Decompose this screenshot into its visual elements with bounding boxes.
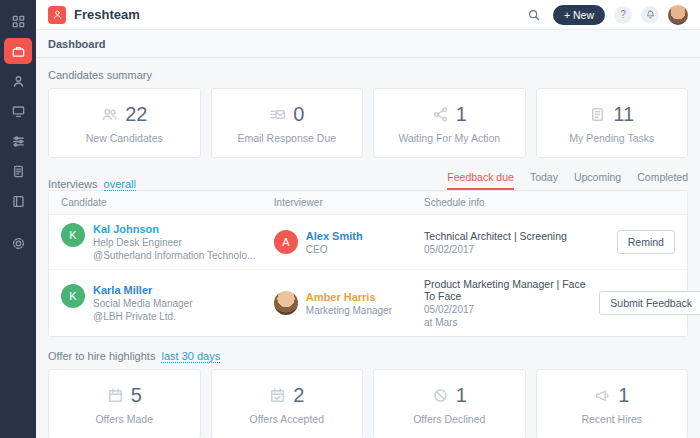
top-header: Freshteam + New ? [36,0,700,30]
card-label: Offers Accepted [249,413,324,425]
candidate-title: Help Desk Engineer [93,237,255,248]
tab-feedback-due[interactable]: Feedback due [447,171,514,190]
candidate-avatar: K [61,284,85,308]
megaphone-icon [594,387,611,404]
offer-card-offers-accepted[interactable]: 2 Offers Accepted [211,369,364,438]
interviewer-cell: Amber Harris Marketing Manager [274,291,424,316]
user-avatar[interactable] [668,5,688,25]
declined-circle-icon [432,387,449,404]
breadcrumb: Dashboard [36,30,700,58]
card-value: 1 [456,103,467,126]
schedule-location: at Mars [424,317,599,328]
table-row: K Kal Johnson Help Desk Engineer @Suther… [49,215,687,270]
document-icon [11,164,26,179]
summary-card-waiting-for-my-action[interactable]: 1 Waiting For My Action [373,88,526,158]
card-value: 0 [293,103,304,126]
calendar-check-icon [269,387,286,404]
card-label: Offers Made [95,413,153,425]
email-icon [269,106,286,123]
candidate-cell: K Kal Johnson Help Desk Engineer @Suther… [61,223,274,261]
gear-icon [11,236,26,251]
card-value: 22 [125,103,147,126]
sidebar-item-onboarding[interactable] [4,98,32,124]
table-row: K Karla Miller Social Media Manager @LBH… [49,270,687,336]
candidate-company: @LBH Private Ltd. [93,311,193,322]
sliders-icon [11,134,26,149]
dashboard-main: Candidates summary 22 New Candidates 0 E… [36,58,700,438]
monitor-icon [11,104,26,119]
people-icon [101,106,118,123]
sidebar-item-workflows[interactable] [4,128,32,154]
schedule-date: 05/02/2017 [424,244,599,255]
submit-feedback-button[interactable]: Submit Feedback [599,291,700,315]
offer-card-offers-made[interactable]: 5 Offers Made [48,369,201,438]
offer-card-recent-hires[interactable]: 1 Recent Hires [536,369,689,438]
sidebar-item-settings[interactable] [4,230,32,256]
tab-completed[interactable]: Completed [637,171,688,190]
offer-highlights-cards: 5 Offers Made 2 Offers Accepted 1 Offers… [48,369,688,438]
breadcrumb-label[interactable]: Dashboard [48,38,105,50]
card-label: Offers Declined [413,413,485,425]
candidate-name-link[interactable]: Kal Johnson [93,223,255,235]
schedule-role: Product Marketing Manager | Face To Face [424,278,599,302]
candidate-avatar: K [61,223,85,247]
interviews-title: Interviews [48,178,98,190]
help-button[interactable]: ? [614,6,632,24]
interviewer-avatar [274,291,298,315]
schedule-role: Technical Architect | Screening [424,230,599,242]
interviewer-name-link[interactable]: Alex Smith [306,230,363,242]
candidate-name-link[interactable]: Karla Miller [93,284,193,296]
card-value: 1 [456,384,467,407]
apps-grid-icon[interactable] [4,8,32,34]
interviewer-title: CEO [306,244,363,255]
card-value: 2 [293,384,304,407]
schedule-date: 05/02/2017 [424,304,599,315]
notifications-bell-icon[interactable] [641,6,659,24]
app-title: Freshteam [74,7,140,22]
card-label: Email Response Due [237,132,336,144]
schedule-cell: Technical Architect | Screening 05/02/20… [424,230,599,255]
interviews-header: Interviews overall Feedback due Today Up… [48,171,688,190]
card-value: 11 [613,103,634,126]
sidebar-item-candidates[interactable] [4,68,32,94]
offer-highlights-title: Offer to hire highlights [48,350,155,362]
remind-button[interactable]: Remind [617,230,675,254]
card-value: 1 [618,384,629,407]
new-button[interactable]: + New [553,5,605,25]
interviews-tabs: Feedback due Today Upcoming Completed [447,171,688,190]
card-label: Waiting For My Action [398,132,500,144]
candidate-person-icon [11,74,26,89]
search-icon[interactable] [524,5,544,25]
card-label: Recent Hires [581,413,642,425]
card-label: My Pending Tasks [569,132,654,144]
schedule-cell: Product Marketing Manager | Face To Face… [424,278,599,328]
sidebar [0,0,36,438]
interviewer-name-link[interactable]: Amber Harris [306,291,392,303]
column-candidate: Candidate [61,197,274,208]
table-header-row: Candidate Interviewer Schedule info [49,191,687,215]
summary-card-email-response-due[interactable]: 0 Email Response Due [211,88,364,158]
candidates-summary-cards: 22 New Candidates 0 Email Response Due 1… [48,88,688,158]
freshteam-logo [48,6,66,24]
candidates-summary-title: Candidates summary [48,69,688,81]
tab-upcoming[interactable]: Upcoming [574,171,621,190]
sidebar-item-documents[interactable] [4,158,32,184]
interviewer-title: Marketing Manager [306,305,392,316]
offer-highlights-filter-dropdown[interactable]: last 30 days [161,350,220,363]
interviewer-cell: A Alex Smith CEO [274,230,424,255]
sidebar-item-jobs[interactable] [4,38,32,64]
summary-card-my-pending-tasks[interactable]: 11 My Pending Tasks [536,88,689,158]
column-interviewer: Interviewer [274,197,424,208]
interviewer-avatar: A [274,230,298,254]
briefcase-icon [11,44,26,59]
interviews-filter-dropdown[interactable]: overall [104,178,136,191]
book-icon [11,194,26,209]
summary-card-new-candidates[interactable]: 22 New Candidates [48,88,201,158]
share-icon [432,106,449,123]
candidate-company: @Sutherland Information Technolo... [93,250,255,261]
offer-card-offers-declined[interactable]: 1 Offers Declined [373,369,526,438]
candidate-title: Social Media Manager [93,298,193,309]
tab-today[interactable]: Today [530,171,558,190]
candidate-cell: K Karla Miller Social Media Manager @LBH… [61,284,274,322]
sidebar-item-reports[interactable] [4,188,32,214]
